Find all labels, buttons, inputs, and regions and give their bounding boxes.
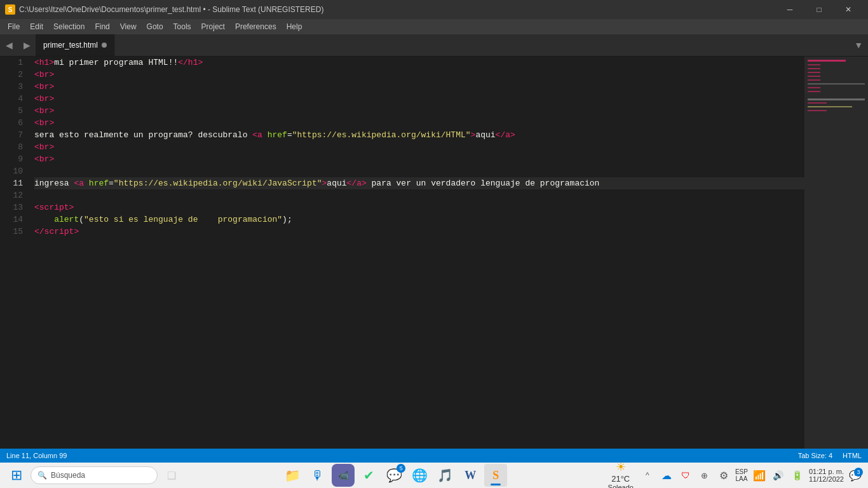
line-num-14: 14 (11, 214, 23, 226)
line-num-10: 10 (11, 165, 23, 177)
taskbar-right: ☀ 21°C Soleado ^ ☁ 🛡 ⊕ ⚙ ESP LAA 📶 🔊 🔋 0… (606, 460, 863, 489)
taskbar-app-whatsapp[interactable]: 💬 5 (383, 464, 405, 487)
line-num-2: 2 (11, 69, 23, 81)
taskbar-app-explorer[interactable]: 📁 (281, 464, 304, 487)
taskbar-app-meet[interactable]: 📹 (332, 464, 355, 487)
clock-time: 01:21 p. m. (809, 468, 844, 475)
tab-nav-right[interactable]: ▶ (18, 34, 36, 56)
code-area[interactable]: <h1>mi primer programa HTML!!</h1> <br> … (29, 57, 804, 449)
menu-find[interactable]: Find (90, 19, 114, 34)
whatsapp-badge: 5 (397, 464, 405, 473)
line-num-6: 6 (11, 117, 23, 129)
maximize-button[interactable]: □ (804, 0, 834, 19)
search-bar[interactable]: 🔍 Búsqueda (31, 466, 158, 484)
language-code: ESP (735, 468, 748, 475)
code-line-14: alert("esto si es lenguaje de programaci… (34, 214, 804, 226)
code-line-13: <script> (34, 201, 804, 214)
line-num-12: 12 (11, 189, 23, 201)
title-bar-left: S C:\Users\Itzel\OneDrive\Documentos\pri… (5, 4, 323, 15)
svg-rect-6 (808, 79, 820, 81)
code-line-5: <br> (34, 105, 804, 117)
tab-label: primer_test.html (43, 41, 98, 50)
code-line-9: <br> (34, 153, 804, 165)
window-title: C:\Users\Itzel\OneDrive\Documentos\prime… (19, 5, 323, 14)
clock-widget[interactable]: 01:21 p. m. 11/12/2022 (809, 468, 844, 483)
line-num-7: 7 (11, 129, 23, 141)
tab-primer-test[interactable]: primer_test.html (36, 34, 115, 56)
svg-rect-2 (808, 64, 820, 65)
tab-size[interactable]: Tab Size: 4 (798, 452, 832, 459)
search-placeholder: Búsqueda (51, 471, 85, 480)
language-mode[interactable]: HTML (843, 452, 862, 459)
tray-network-extra[interactable]: ⊕ (697, 468, 712, 483)
cursor-position[interactable]: Line 11, Column 99 (6, 452, 67, 459)
tray-volume[interactable]: 🔊 (771, 468, 786, 483)
line-numbers: 1 2 3 4 5 6 7 8 9 10 11 12 13 14 15 (0, 57, 29, 449)
start-button[interactable]: ⊞ (5, 464, 28, 487)
task-view-button[interactable]: ❑ (160, 464, 183, 487)
code-line-11: ingresa <a href="https://es.wikipedia.or… (34, 177, 804, 189)
taskbar-app-chrome[interactable]: 🌐 (408, 464, 431, 487)
menu-edit[interactable]: Edit (25, 19, 48, 34)
tab-dropdown-button[interactable]: ▼ (854, 40, 863, 50)
line-num-3: 3 (11, 81, 23, 93)
status-left: Line 11, Column 99 (6, 452, 67, 459)
tray-onedrive[interactable]: ☁ (659, 468, 674, 483)
tab-bar: ◀ ▶ primer_test.html ▼ (0, 34, 868, 57)
code-line-7: sera esto realmente un programa? descubr… (34, 129, 804, 141)
menu-bar: File Edit Selection Find View Goto Tools… (0, 19, 868, 34)
code-line-15: </script> (34, 226, 804, 238)
title-bar-controls: ─ □ ✕ (775, 0, 863, 19)
menu-help[interactable]: Help (281, 19, 308, 34)
clock-date: 11/12/2022 (809, 475, 844, 483)
code-line-2: <br> (34, 69, 804, 81)
svg-rect-10 (808, 98, 865, 100)
line-num-11: 11 (11, 177, 23, 189)
menu-goto[interactable]: Goto (142, 19, 168, 34)
taskbar-left: ⊞ 🔍 Búsqueda ❑ (5, 464, 183, 487)
minimize-button[interactable]: ─ (775, 0, 804, 19)
code-line-8: <br> (34, 141, 804, 153)
menu-project[interactable]: Project (196, 19, 230, 34)
app-icon: S (5, 4, 15, 15)
taskbar-app-widgets[interactable]: 🎙 (306, 464, 329, 487)
svg-rect-0 (804, 57, 868, 449)
code-line-10 (34, 165, 804, 177)
taskbar-app-todo[interactable]: ✔ (357, 464, 380, 487)
svg-rect-7 (808, 83, 865, 85)
tray-wifi[interactable]: 📶 (752, 468, 767, 483)
notification-count: 3 (854, 468, 863, 477)
line-num-8: 8 (11, 141, 23, 153)
taskbar-app-spotify[interactable]: 🎵 (433, 464, 456, 487)
code-line-3: <br> (34, 81, 804, 93)
language-region: LAA (735, 475, 747, 482)
taskbar-app-word[interactable]: W (459, 464, 482, 487)
code-line-6: <br> (34, 117, 804, 129)
tray-settings[interactable]: ⚙ (716, 468, 731, 483)
svg-rect-9 (808, 91, 820, 92)
line-num-15: 15 (11, 226, 23, 238)
menu-file[interactable]: File (3, 19, 25, 34)
line-num-5: 5 (11, 105, 23, 117)
editor: 1 2 3 4 5 6 7 8 9 10 11 12 13 14 15 <h1>… (0, 57, 868, 449)
search-icon: 🔍 (37, 471, 47, 480)
status-right: Tab Size: 4 HTML (798, 452, 862, 459)
tray-chevron[interactable]: ^ (640, 468, 655, 483)
menu-selection[interactable]: Selection (48, 19, 90, 34)
taskbar-app-sublime[interactable]: S (484, 464, 507, 487)
svg-rect-1 (808, 60, 846, 62)
menu-view[interactable]: View (115, 19, 142, 34)
tab-nav-left[interactable]: ◀ (0, 34, 18, 56)
weather-widget[interactable]: ☀ 21°C Soleado (606, 460, 636, 489)
tray-antivirus[interactable]: 🛡 (678, 468, 693, 483)
tray-notification[interactable]: 💬 3 (848, 468, 863, 483)
taskbar: ⊞ 🔍 Búsqueda ❑ 📁 🎙 📹 ✔ 💬 5 🌐 🎵 W S (0, 463, 868, 488)
menu-preferences[interactable]: Preferences (230, 19, 281, 34)
close-button[interactable]: ✕ (834, 0, 863, 19)
menu-tools[interactable]: Tools (168, 19, 196, 34)
svg-rect-13 (808, 110, 827, 111)
language-indicator[interactable]: ESP LAA (735, 468, 748, 482)
code-line-12 (34, 189, 804, 201)
weather-temp: 21°C (611, 474, 630, 484)
tray-battery[interactable]: 🔋 (790, 468, 805, 483)
